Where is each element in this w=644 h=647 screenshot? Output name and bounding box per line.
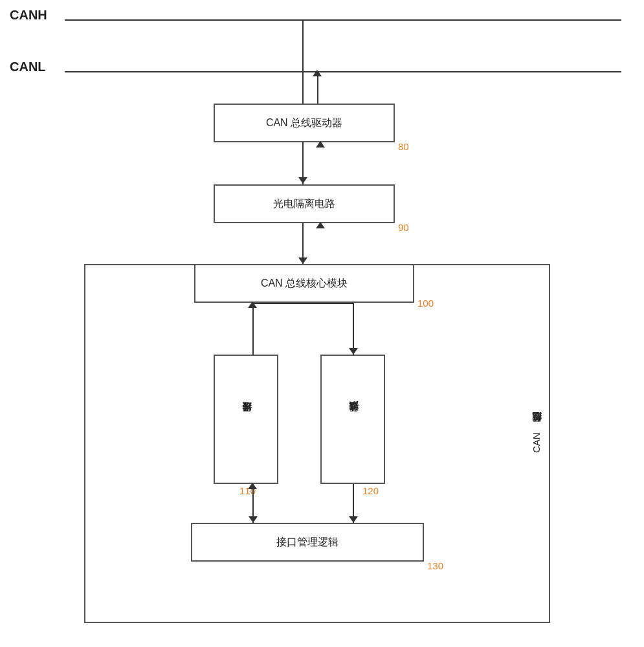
core-split-h-line — [252, 303, 354, 304]
interface-mgmt-label: 接口管理逻辑 — [276, 535, 339, 549]
can-core-label: CAN 总线核心模块 — [261, 276, 348, 291]
core-to-left-split — [252, 303, 254, 355]
optocoupler-box: 光电隔离电路 — [214, 184, 395, 223]
num-90: 90 — [398, 222, 409, 233]
right-branch-arrow-down — [349, 348, 358, 355]
canl-arrow-up — [313, 70, 322, 76]
rx-filter-box: 接收滤波器 — [320, 355, 385, 484]
core-to-right-split — [353, 303, 354, 355]
can-controller-outer-box — [84, 264, 550, 623]
num-80: 80 — [398, 141, 409, 152]
canl-label: CANL — [10, 60, 46, 74]
tx-arrow-down — [249, 516, 258, 523]
opto-to-driver-arrow — [316, 141, 325, 148]
rx-to-interface-arrow-down — [349, 516, 358, 523]
num-100: 100 — [417, 298, 434, 309]
canh-label: CANH — [10, 8, 47, 23]
num-120: 120 — [362, 485, 379, 496]
optocoupler-label: 光电隔离电路 — [273, 197, 335, 211]
driver-to-opto-arrow — [298, 177, 307, 184]
num-130: 130 — [427, 560, 443, 571]
canl-bus-line — [65, 71, 621, 72]
diagram-container: CANH CANL CAN 总线驱动器 80 光电隔离电路 90 CAN 总线控… — [0, 0, 644, 647]
core-to-opto-arrow — [316, 222, 325, 228]
can-driver-box: CAN 总线驱动器 — [214, 104, 395, 142]
canh-to-driver-line — [302, 19, 304, 104]
interface-mgmt-box: 接口管理逻辑 — [191, 523, 424, 562]
tx-to-interface-arrow-up — [248, 483, 257, 489]
can-core-box: CAN 总线核心模块 — [194, 264, 414, 303]
canh-bus-line — [65, 19, 621, 21]
tx-buffer-box: 发送缓冲器 — [214, 355, 278, 484]
canl-to-driver-line — [317, 72, 318, 104]
side-label: CAN 总线控制器 — [531, 324, 543, 453]
can-driver-label: CAN 总线驱动器 — [266, 116, 342, 130]
opto-to-core-arrow — [298, 258, 307, 264]
